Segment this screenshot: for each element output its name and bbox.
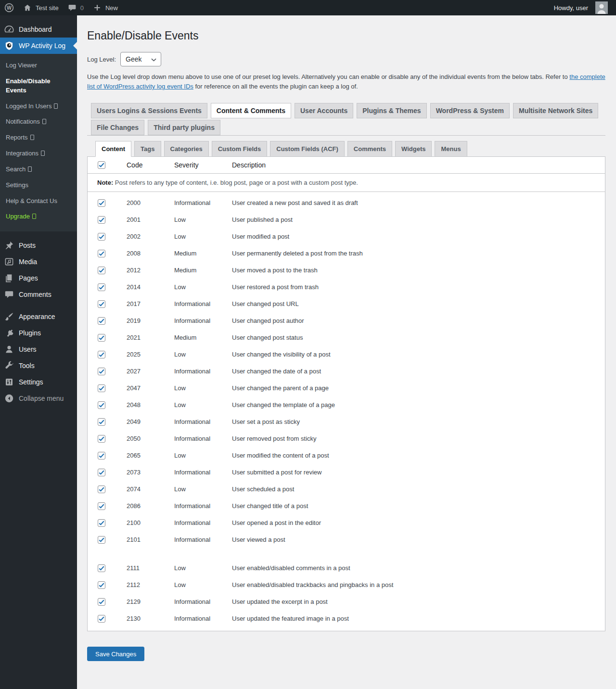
table-row: 2065LowUser modified the content of a po… — [88, 447, 605, 464]
row-checkbox[interactable] — [98, 368, 105, 375]
sidebar-item-appearance[interactable]: Appearance — [0, 308, 77, 325]
row-checkbox[interactable] — [98, 564, 105, 572]
event-severity: Medium — [174, 267, 232, 274]
sidebar-item-media[interactable]: Media — [0, 254, 77, 270]
sidebar-item-label: Plugins — [19, 329, 41, 337]
wordpress-logo-icon: W — [4, 3, 14, 13]
sidebar-item-users[interactable]: Users — [0, 341, 77, 357]
sidebar-item-label: Comments — [19, 291, 51, 298]
tab-file-changes[interactable]: File Changes — [91, 120, 144, 135]
tab-multisite-network-sites[interactable]: Multisite Network Sites — [513, 103, 598, 118]
row-checkbox[interactable] — [98, 250, 105, 257]
row-checkbox[interactable] — [98, 401, 105, 409]
table-row: 2111LowUser enabled/disabled comments in… — [88, 560, 605, 576]
subtab-content[interactable]: Content — [95, 141, 131, 157]
tab-plugins-themes[interactable]: Plugins & Themes — [357, 103, 426, 118]
submenu-item-reports[interactable]: Reports — [0, 130, 77, 146]
intro-text: Use the Log level drop down menu above t… — [87, 72, 605, 91]
tab-wordpress-system[interactable]: WordPress & System — [430, 103, 510, 118]
event-severity: Low — [174, 401, 232, 408]
row-checkbox[interactable] — [98, 233, 105, 241]
row-checkbox[interactable] — [98, 435, 105, 443]
sidebar-item-dashboard[interactable]: Dashboard — [0, 21, 77, 38]
submenu-item-upgrade[interactable]: Upgrade — [0, 209, 77, 225]
tab-user-accounts[interactable]: User Accounts — [295, 103, 353, 118]
subtab-categories[interactable]: Categories — [164, 141, 209, 157]
tab-content-comments[interactable]: Content & Comments — [211, 103, 291, 118]
event-description: User changed title of a post — [232, 502, 605, 510]
row-checkbox[interactable] — [98, 384, 105, 392]
row-checkbox[interactable] — [98, 452, 105, 459]
subtab-custom-fields[interactable]: Custom Fields — [212, 141, 268, 157]
row-checkbox[interactable] — [98, 615, 105, 623]
subtab-tags[interactable]: Tags — [134, 141, 161, 157]
event-code: 2047 — [127, 384, 174, 392]
sidebar-item-collapse-menu[interactable]: Collapse menu — [0, 390, 77, 407]
submenu-item-integrations[interactable]: Integrations — [0, 146, 77, 162]
row-checkbox[interactable] — [98, 536, 105, 544]
event-code: 2065 — [127, 452, 174, 459]
new-content-button[interactable]: New — [88, 0, 122, 15]
user-icon — [4, 344, 14, 354]
sidebar-item-pages[interactable]: Pages — [0, 270, 77, 286]
tab-users-logins-sessions-events[interactable]: Users Logins & Sessions Events — [91, 103, 207, 118]
subtab-widgets[interactable]: Widgets — [395, 141, 432, 157]
row-checkbox[interactable] — [98, 216, 105, 224]
row-checkbox[interactable] — [98, 502, 105, 510]
row-checkbox[interactable] — [98, 317, 105, 325]
submenu-item-help-contact-us[interactable]: Help & Contact Us — [0, 193, 77, 209]
sidebar-item-label: Posts — [19, 242, 36, 249]
table-row: 2027InformationalUser changed the date o… — [88, 363, 605, 380]
event-description: User enabled/disabled trackbacks and pin… — [232, 581, 605, 588]
row-checkbox[interactable] — [98, 334, 105, 342]
table-row: 2021MediumUser changed post status — [88, 329, 605, 346]
submenu-item-enable-disable-events[interactable]: Enable/Disable Events — [0, 74, 77, 99]
sidebar-item-plugins[interactable]: Plugins — [0, 325, 77, 341]
table-row: 2048LowUser changed the template of a pa… — [88, 396, 605, 413]
row-checkbox[interactable] — [98, 418, 105, 426]
subtab-comments[interactable]: Comments — [347, 141, 392, 157]
row-checkbox[interactable] — [98, 581, 105, 589]
row-checkbox[interactable] — [98, 267, 105, 274]
tab-third-party-plugins[interactable]: Third party plugins — [148, 120, 220, 135]
row-checkbox[interactable] — [98, 351, 105, 358]
row-checkbox[interactable] — [98, 300, 105, 308]
table-row: 2073InformationalUser submitted a post f… — [88, 464, 605, 481]
subtab-menus[interactable]: Menus — [435, 141, 467, 157]
submenu-item-notifications[interactable]: Notifications — [0, 114, 77, 130]
submenu-item-settings[interactable]: Settings — [0, 178, 77, 193]
event-description: User opened a post in the editor — [232, 519, 605, 526]
site-name-link[interactable]: Test site — [18, 0, 63, 15]
subtab-custom-fields-acf[interactable]: Custom Fields (ACF) — [270, 141, 345, 157]
external-link-icon — [30, 135, 34, 140]
sidebar-item-tools[interactable]: Tools — [0, 357, 77, 374]
row-checkbox[interactable] — [98, 469, 105, 476]
row-checkbox[interactable] — [98, 485, 105, 493]
sidebar-item-wp-activity-log[interactable]: WP Activity Log — [0, 38, 77, 54]
log-level-select[interactable]: Geek — [120, 52, 161, 66]
select-all-checkbox[interactable] — [98, 161, 105, 169]
event-description: User viewed a post — [232, 536, 605, 543]
event-code: 2002 — [127, 233, 174, 240]
event-code: 2129 — [127, 598, 174, 605]
submenu-item-label: Reports — [6, 134, 28, 141]
table-row: 2074LowUser scheduled a post — [88, 481, 605, 498]
event-code: 2012 — [127, 267, 174, 274]
row-checkbox[interactable] — [98, 283, 105, 291]
sidebar-item-settings[interactable]: Settings — [0, 374, 77, 390]
howdy-account-link[interactable]: Howdy, user — [550, 0, 612, 15]
save-changes-button[interactable]: Save Changes — [87, 647, 144, 661]
submenu-item-logged-in-users[interactable]: Logged In Users — [0, 99, 77, 115]
sidebar-item-posts[interactable]: Posts — [0, 237, 77, 254]
main-tabs: Users Logins & Sessions EventsContent & … — [87, 103, 605, 136]
row-checkbox[interactable] — [98, 199, 105, 207]
submenu-item-search[interactable]: Search — [0, 162, 77, 178]
row-checkbox[interactable] — [98, 598, 105, 606]
plus-icon — [92, 3, 102, 13]
submenu-item-log-viewer[interactable]: Log Viewer — [0, 58, 77, 74]
table-row: 2008MediumUser permanently deleted a pos… — [88, 245, 605, 262]
wordpress-menu-button[interactable]: W — [0, 0, 18, 15]
comments-link[interactable]: 0 — [63, 0, 88, 15]
row-checkbox[interactable] — [98, 519, 105, 527]
sidebar-item-comments[interactable]: Comments — [0, 286, 77, 303]
